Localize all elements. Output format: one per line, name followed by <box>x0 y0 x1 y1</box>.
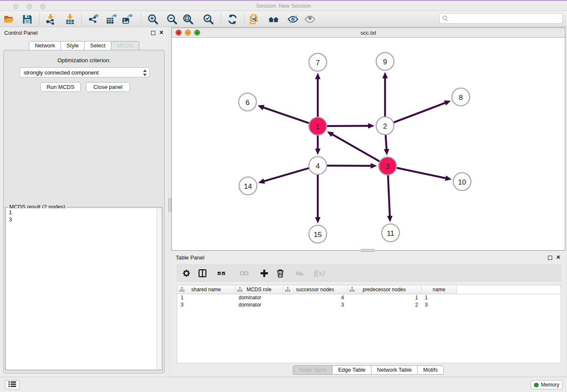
table-row[interactable]: 1 dominator 4 1 1 <box>177 294 561 301</box>
graph-edge-arrowhead <box>445 175 452 181</box>
table-row[interactable]: 3 dominator 3 2 3 <box>177 301 561 309</box>
gear-icon <box>182 268 191 278</box>
toolbar-separator <box>81 13 82 25</box>
tab-motifs[interactable]: Motifs <box>418 365 444 375</box>
search-input[interactable] <box>449 14 562 23</box>
select-all-button[interactable] <box>213 268 230 279</box>
graph-node-label: 1 <box>316 123 319 131</box>
close-panel-icon[interactable]: × <box>160 29 163 36</box>
graph-edge-3-1[interactable] <box>332 134 380 161</box>
export-network-icon <box>88 14 99 25</box>
save-floppy-icon <box>22 14 33 25</box>
graph-edge-arrowhead <box>258 179 265 184</box>
close-table-panel-icon[interactable]: × <box>556 254 560 261</box>
graph-edge-3-11[interactable] <box>388 175 390 217</box>
delete-column-button[interactable] <box>275 268 285 279</box>
zoom-fit-button[interactable] <box>182 13 195 25</box>
show-all-button[interactable] <box>304 13 317 25</box>
memory-label: Memory <box>541 382 559 388</box>
zoom-in-button[interactable] <box>147 13 160 25</box>
column-header-shared-name[interactable]: shared name <box>177 285 235 294</box>
node-table: shared name MCDS role successor nodes pr… <box>177 285 561 363</box>
result-scrollbar[interactable] <box>156 208 161 369</box>
new-network-from-selection-button[interactable] <box>248 13 260 25</box>
column-header-name[interactable]: name <box>421 285 457 294</box>
export-network-button[interactable] <box>87 13 100 25</box>
refresh-view-button[interactable] <box>226 13 239 25</box>
tab-network-table[interactable]: Network Table <box>372 365 418 375</box>
network-canvas[interactable]: 7968124314101511 <box>172 38 565 250</box>
cell-predecessor-nodes[interactable]: 2 <box>347 301 421 309</box>
houses-icon <box>268 14 279 25</box>
graph-edge-arrowhead <box>444 100 451 105</box>
delete-table-button[interactable] <box>291 268 308 279</box>
cell-mcds-role[interactable]: dominator <box>235 301 283 309</box>
status-bar: Memory <box>0 377 567 392</box>
horizontal-splitter-grip[interactable] <box>361 249 374 252</box>
tab-select[interactable]: Select <box>85 41 111 50</box>
columns-icon <box>198 268 207 278</box>
eye-icon <box>304 14 316 25</box>
float-table-panel-icon[interactable] <box>548 256 552 260</box>
table-tabs: Node Table Edge Table Network Table Moti… <box>171 365 565 375</box>
import-network-button[interactable] <box>44 13 57 25</box>
add-column-button[interactable] <box>259 268 269 279</box>
export-table-icon <box>106 14 117 25</box>
tab-mcds[interactable]: MCDS <box>111 41 139 50</box>
zoom-out-button[interactable] <box>166 13 179 25</box>
cell-shared-name[interactable]: 3 <box>177 301 235 309</box>
save-session-button[interactable] <box>21 13 34 25</box>
column-header-predecessor-nodes[interactable]: predecessor nodes <box>347 285 421 294</box>
cell-predecessor-nodes[interactable]: 1 <box>347 294 421 301</box>
graph-edge-1-6[interactable] <box>263 107 309 123</box>
graph-edge-4-14[interactable] <box>263 168 308 181</box>
cell-name[interactable]: 3 <box>421 301 457 309</box>
cell-name[interactable]: 1 <box>421 294 457 301</box>
cell-mcds-role[interactable]: dominator <box>235 294 283 301</box>
cell-successor-nodes[interactable]: 3 <box>283 301 347 309</box>
graph-edge-arrowhead <box>258 105 264 110</box>
export-image-button[interactable] <box>121 13 134 25</box>
cell-shared-name[interactable]: 1 <box>177 294 235 301</box>
search-icon <box>442 15 449 22</box>
toolbar-separator <box>221 13 221 25</box>
tab-edge-table[interactable]: Edge Table <box>333 365 372 375</box>
mcds-result-box: MCDS result (2 nodes) 1 3 <box>5 207 162 370</box>
unchecked-boxes-icon <box>240 268 250 278</box>
tab-network[interactable]: Network <box>29 41 61 50</box>
graph-edge-2-3[interactable] <box>385 135 386 150</box>
tab-node-table[interactable]: Node Table <box>293 365 333 375</box>
graph-edge-3-10[interactable] <box>397 168 446 179</box>
vertical-splitter-grip[interactable] <box>168 198 171 212</box>
network-window-titlebar[interactable]: × − + scc.txt <box>172 28 565 38</box>
open-session-button[interactable] <box>3 13 16 25</box>
deselect-all-button[interactable] <box>236 268 253 279</box>
column-header-successor-nodes[interactable]: successor nodes <box>283 285 347 294</box>
optimization-criterion-select[interactable]: strongly connected component <box>19 67 150 77</box>
import-table-button[interactable] <box>64 13 77 25</box>
mcds-result-text[interactable]: 1 3 <box>6 208 161 369</box>
graph-node-label: 10 <box>458 178 466 186</box>
graph-edge-1-2[interactable] <box>327 126 369 126</box>
float-panel-icon[interactable] <box>151 31 155 35</box>
graph-edge-4-3[interactable] <box>327 166 372 166</box>
split-view-button[interactable] <box>197 268 207 279</box>
cell-successor-nodes[interactable]: 4 <box>283 294 347 301</box>
search-field[interactable] <box>439 13 563 24</box>
memory-button[interactable]: Memory <box>531 380 563 389</box>
run-mcds-button[interactable]: Run MCDS <box>40 82 81 92</box>
table-settings-button[interactable] <box>181 268 191 279</box>
close-panel-button[interactable]: Close panel <box>86 82 130 92</box>
zoom-selected-button[interactable] <box>202 13 215 25</box>
graph-edge-2-8[interactable] <box>394 102 446 122</box>
export-table-button[interactable] <box>105 13 118 25</box>
hide-selected-button[interactable] <box>287 13 300 25</box>
tab-style[interactable]: Style <box>61 41 85 50</box>
first-neighbors-button[interactable] <box>267 13 280 25</box>
show-panels-button[interactable] <box>5 380 19 389</box>
graph-node-label: 8 <box>459 94 462 102</box>
function-builder-button[interactable]: f(x) <box>314 269 325 278</box>
table-header-row: shared name MCDS role successor nodes pr… <box>177 285 561 294</box>
control-panel-title: Control Panel <box>4 30 38 36</box>
column-header-mcds-role[interactable]: MCDS role <box>235 285 283 294</box>
